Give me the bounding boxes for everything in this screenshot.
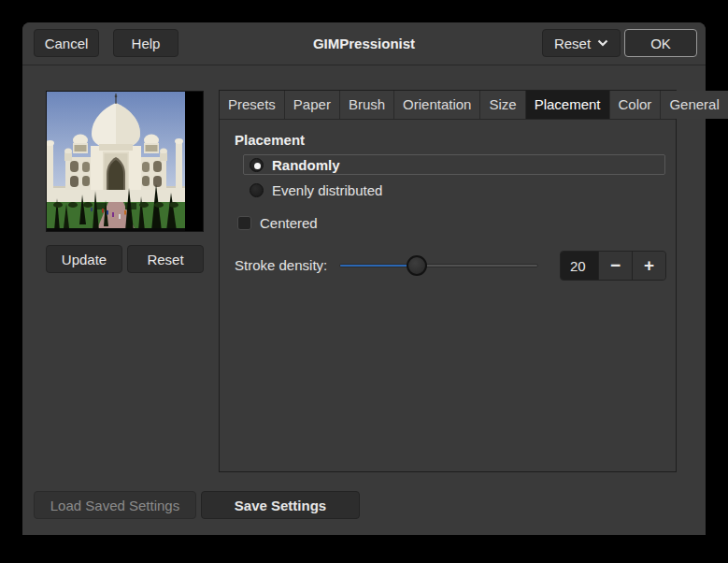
radio-button-icon[interactable] bbox=[250, 183, 264, 197]
minus-icon[interactable]: − bbox=[598, 252, 632, 280]
titlebar: GIMPressionist Cancel Help Reset OK bbox=[22, 22, 706, 65]
panel-heading: Placement bbox=[235, 132, 305, 148]
load-saved-settings-button[interactable]: Load Saved Settings bbox=[34, 491, 196, 519]
slider-track[interactable] bbox=[339, 264, 538, 267]
placement-panel: Placement Randomly Evenly distributed Ce… bbox=[220, 120, 676, 471]
tab-general[interactable]: General bbox=[661, 91, 728, 119]
checkbox-label: Centered bbox=[260, 215, 318, 231]
tab-orientation[interactable]: Orientation bbox=[394, 91, 480, 119]
slider-fill bbox=[340, 265, 417, 267]
tab-size[interactable]: Size bbox=[480, 91, 525, 119]
plus-icon[interactable]: + bbox=[632, 252, 665, 280]
slider-handle[interactable] bbox=[407, 255, 427, 276]
radio-label: Evenly distributed bbox=[272, 182, 382, 198]
tab-brush[interactable]: Brush bbox=[340, 91, 394, 119]
tab-color[interactable]: Color bbox=[610, 91, 662, 119]
preview-reset-button[interactable]: Reset bbox=[127, 245, 204, 273]
stroke-density-label: Stroke density: bbox=[235, 251, 327, 281]
help-button[interactable]: Help bbox=[113, 29, 178, 57]
radio-label: Randomly bbox=[272, 157, 340, 173]
tab-paper[interactable]: Paper bbox=[285, 91, 340, 119]
gimpressionist-dialog: GIMPressionist Cancel Help Reset OK bbox=[22, 22, 706, 535]
save-settings-button[interactable]: Save Settings bbox=[201, 491, 360, 519]
reset-dropdown-button[interactable]: Reset bbox=[542, 29, 621, 57]
update-button[interactable]: Update bbox=[46, 245, 122, 273]
centered-checkbox-row[interactable]: Centered bbox=[237, 213, 318, 232]
cancel-button[interactable]: Cancel bbox=[34, 29, 99, 57]
radio-option-evenly-distributed[interactable]: Evenly distributed bbox=[243, 180, 665, 200]
tab-presets[interactable]: Presets bbox=[220, 91, 285, 119]
radio-button-icon[interactable] bbox=[250, 158, 264, 172]
preview-black-band bbox=[185, 92, 203, 231]
stroke-density-input[interactable] bbox=[561, 252, 598, 280]
checkbox-icon[interactable] bbox=[237, 216, 251, 230]
stroke-density-spinbox: − + bbox=[560, 251, 666, 281]
ok-button[interactable]: OK bbox=[624, 29, 697, 57]
tab-placement[interactable]: Placement bbox=[526, 91, 610, 119]
radio-option-randomly[interactable]: Randomly bbox=[243, 154, 665, 175]
settings-notebook: Presets Paper Brush Orientation Size Pla… bbox=[219, 90, 677, 472]
tab-bar: Presets Paper Brush Orientation Size Pla… bbox=[220, 91, 676, 120]
preview-image bbox=[46, 91, 204, 232]
chevron-down-icon bbox=[597, 39, 608, 47]
taj-mahal-illustration bbox=[47, 92, 185, 231]
reset-dropdown-label: Reset bbox=[554, 36, 591, 51]
stroke-density-slider[interactable] bbox=[339, 251, 538, 281]
